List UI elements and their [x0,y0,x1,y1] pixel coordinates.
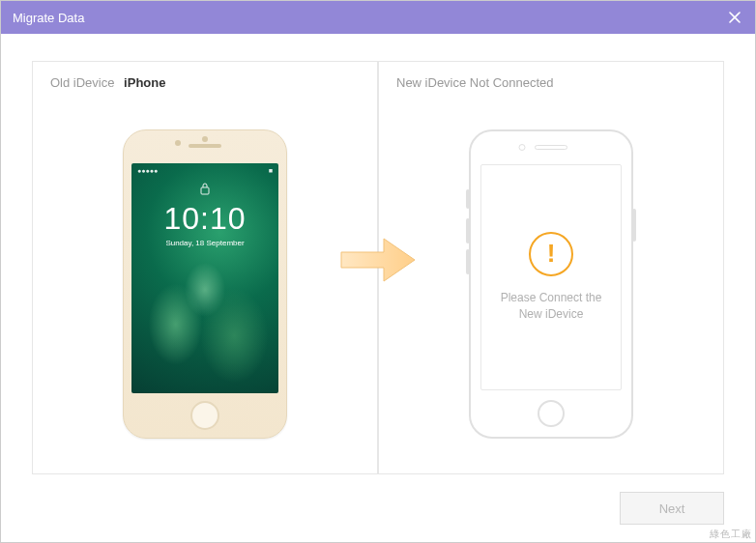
old-device-label: Old iDevice [50,75,114,90]
app-window: Migrate Data Old iDevice iPhone ●●●●● [0,0,756,543]
titlebar: Migrate Data [1,1,755,34]
connect-message: Please Connect the New iDevice [501,290,602,323]
new-device-label: New iDevice Not Connected [396,75,554,90]
camera-dot-icon [175,140,181,146]
old-device-header: Old iDevice iPhone [33,62,377,103]
next-button-label: Next [659,501,685,516]
sensor-dot-icon [202,136,208,142]
footer: Next [1,474,755,542]
close-icon[interactable] [726,9,743,26]
next-button[interactable]: Next [620,492,724,525]
statusbar: ●●●●● ■ [131,163,278,178]
warning-glyph: ! [547,239,556,269]
old-device-name: iPhone [124,75,165,90]
connect-message-line: New iDevice [501,306,602,323]
old-device-panel: Old iDevice iPhone ●●●●● ■ [32,61,378,474]
home-button-icon [190,401,219,430]
connect-message-line: Please Connect the [501,290,602,306]
side-button-icon [632,209,636,242]
lockscreen-date: Sunday, 18 September [165,239,244,247]
lockscreen: ●●●●● ■ 10:10 Sunday, 18 September [131,163,278,393]
window-title: Migrate Data [13,11,84,25]
side-button-icon [466,249,470,274]
content-area: Old iDevice iPhone ●●●●● ■ [1,34,755,474]
old-device-body: ●●●●● ■ 10:10 Sunday, 18 September [33,103,377,473]
new-device-screen: ! Please Connect the New iDevice [480,164,622,390]
signal-icon: ●●●●● [137,167,158,174]
iphone-illustration: ●●●●● ■ 10:10 Sunday, 18 September [123,129,287,439]
side-button-icon [466,218,470,243]
side-button-icon [466,189,470,209]
phone-outline-illustration: ! Please Connect the New iDevice [469,129,633,439]
new-device-body: ! Please Connect the New iDevice [379,103,723,473]
lockscreen-time: 10:10 [163,201,246,237]
camera-outline-icon [519,144,526,151]
battery-icon: ■ [269,167,273,174]
svg-rect-0 [201,187,209,194]
speaker-outline-icon [535,145,567,150]
lock-icon [199,182,211,199]
home-button-outline-icon [538,400,565,427]
new-device-panel: New iDevice Not Connected ! Pleas [378,61,724,474]
new-device-header: New iDevice Not Connected [379,62,723,103]
warning-icon: ! [529,232,573,276]
speaker-icon [189,144,221,148]
